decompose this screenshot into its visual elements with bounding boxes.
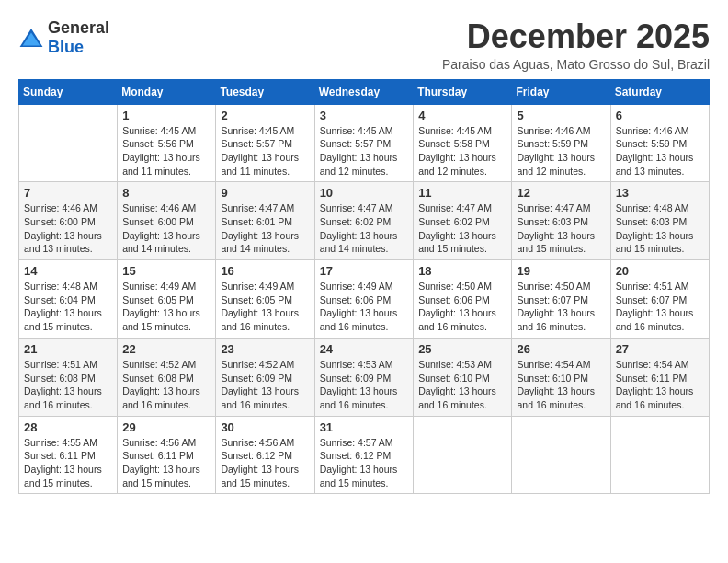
day-detail: Sunrise: 4:46 AMSunset: 6:00 PMDaylight:… xyxy=(24,201,112,256)
day-of-week-header: Sunday xyxy=(19,79,118,104)
day-number: 31 xyxy=(320,420,409,434)
day-number: 2 xyxy=(221,109,309,122)
day-number: 24 xyxy=(320,342,409,356)
day-number: 27 xyxy=(616,342,704,356)
day-number: 9 xyxy=(221,186,309,200)
calendar-cell xyxy=(610,416,709,494)
day-detail: Sunrise: 4:53 AMSunset: 6:10 PMDaylight:… xyxy=(418,358,506,412)
day-number: 11 xyxy=(418,186,506,200)
day-detail: Sunrise: 4:52 AMSunset: 6:09 PMDaylight:… xyxy=(221,358,309,412)
day-detail: Sunrise: 4:56 AMSunset: 6:12 PMDaylight:… xyxy=(221,436,309,490)
day-of-week-header: Thursday xyxy=(414,79,512,104)
logo-general-text: General xyxy=(48,18,109,37)
title-block: December 2025 Paraiso das Aguas, Mato Gr… xyxy=(442,18,710,72)
calendar-cell: 14Sunrise: 4:48 AMSunset: 6:04 PMDayligh… xyxy=(19,260,118,339)
calendar-cell: 11Sunrise: 4:47 AMSunset: 6:02 PMDayligh… xyxy=(414,182,512,260)
calendar-week-row: 21Sunrise: 4:51 AMSunset: 6:08 PMDayligh… xyxy=(19,338,710,416)
calendar-week-row: 14Sunrise: 4:48 AMSunset: 6:04 PMDayligh… xyxy=(19,260,710,339)
general-blue-icon xyxy=(18,27,44,49)
calendar-cell: 31Sunrise: 4:57 AMSunset: 6:12 PMDayligh… xyxy=(314,416,414,494)
day-detail: Sunrise: 4:51 AMSunset: 6:07 PMDaylight:… xyxy=(616,280,704,334)
day-detail: Sunrise: 4:49 AMSunset: 6:05 PMDaylight:… xyxy=(122,280,210,334)
calendar-cell: 28Sunrise: 4:55 AMSunset: 6:11 PMDayligh… xyxy=(19,416,118,494)
day-detail: Sunrise: 4:47 AMSunset: 6:01 PMDaylight:… xyxy=(221,201,309,256)
day-number: 7 xyxy=(24,186,112,200)
day-of-week-header: Wednesday xyxy=(314,79,414,104)
calendar-week-row: 7Sunrise: 4:46 AMSunset: 6:00 PMDaylight… xyxy=(19,182,710,260)
day-detail: Sunrise: 4:47 AMSunset: 6:02 PMDaylight:… xyxy=(418,201,506,256)
calendar-cell xyxy=(19,104,118,182)
calendar-cell: 3Sunrise: 4:45 AMSunset: 5:57 PMDaylight… xyxy=(314,104,414,182)
day-number: 12 xyxy=(517,186,605,200)
day-number: 18 xyxy=(418,264,506,278)
calendar-cell: 17Sunrise: 4:49 AMSunset: 6:06 PMDayligh… xyxy=(314,260,414,339)
day-number: 14 xyxy=(24,264,112,278)
calendar-week-row: 1Sunrise: 4:45 AMSunset: 5:56 PMDaylight… xyxy=(19,104,710,182)
day-number: 3 xyxy=(320,109,409,122)
day-of-week-header: Saturday xyxy=(610,79,709,104)
calendar-cell xyxy=(512,416,610,494)
day-detail: Sunrise: 4:47 AMSunset: 6:03 PMDaylight:… xyxy=(517,201,605,256)
day-number: 15 xyxy=(122,264,210,278)
day-number: 4 xyxy=(418,109,506,122)
day-number: 21 xyxy=(24,342,112,356)
day-detail: Sunrise: 4:52 AMSunset: 6:08 PMDaylight:… xyxy=(122,358,210,412)
day-of-week-header: Friday xyxy=(512,79,610,104)
day-number: 5 xyxy=(517,109,605,122)
day-number: 25 xyxy=(418,342,506,356)
day-detail: Sunrise: 4:46 AMSunset: 5:59 PMDaylight:… xyxy=(517,124,605,178)
day-detail: Sunrise: 4:51 AMSunset: 6:08 PMDaylight:… xyxy=(24,358,112,412)
calendar-week-row: 28Sunrise: 4:55 AMSunset: 6:11 PMDayligh… xyxy=(19,416,710,494)
calendar-cell: 1Sunrise: 4:45 AMSunset: 5:56 PMDaylight… xyxy=(118,104,216,182)
calendar-cell: 30Sunrise: 4:56 AMSunset: 6:12 PMDayligh… xyxy=(216,416,314,494)
day-of-week-header: Tuesday xyxy=(216,79,314,104)
calendar-cell: 21Sunrise: 4:51 AMSunset: 6:08 PMDayligh… xyxy=(19,338,118,416)
day-number: 29 xyxy=(122,420,210,434)
calendar-cell: 10Sunrise: 4:47 AMSunset: 6:02 PMDayligh… xyxy=(314,182,414,260)
calendar-cell: 20Sunrise: 4:51 AMSunset: 6:07 PMDayligh… xyxy=(610,260,709,339)
day-detail: Sunrise: 4:45 AMSunset: 5:57 PMDaylight:… xyxy=(221,124,309,178)
day-detail: Sunrise: 4:45 AMSunset: 5:57 PMDaylight:… xyxy=(320,124,409,178)
day-detail: Sunrise: 4:45 AMSunset: 5:56 PMDaylight:… xyxy=(122,124,210,178)
page-header: General Blue December 2025 Paraiso das A… xyxy=(18,18,710,72)
day-detail: Sunrise: 4:54 AMSunset: 6:10 PMDaylight:… xyxy=(517,358,605,412)
calendar-cell: 18Sunrise: 4:50 AMSunset: 6:06 PMDayligh… xyxy=(414,260,512,339)
calendar-cell: 19Sunrise: 4:50 AMSunset: 6:07 PMDayligh… xyxy=(512,260,610,339)
day-detail: Sunrise: 4:55 AMSunset: 6:11 PMDaylight:… xyxy=(24,436,112,490)
location-subtitle: Paraiso das Aguas, Mato Grosso do Sul, B… xyxy=(442,57,710,72)
day-number: 23 xyxy=(221,342,309,356)
calendar-cell: 5Sunrise: 4:46 AMSunset: 5:59 PMDaylight… xyxy=(512,104,610,182)
calendar-cell: 4Sunrise: 4:45 AMSunset: 5:58 PMDaylight… xyxy=(414,104,512,182)
day-number: 1 xyxy=(122,109,210,122)
day-detail: Sunrise: 4:50 AMSunset: 6:06 PMDaylight:… xyxy=(418,280,506,334)
day-detail: Sunrise: 4:49 AMSunset: 6:06 PMDaylight:… xyxy=(320,280,409,334)
calendar-cell: 16Sunrise: 4:49 AMSunset: 6:05 PMDayligh… xyxy=(216,260,314,339)
calendar-cell: 2Sunrise: 4:45 AMSunset: 5:57 PMDaylight… xyxy=(216,104,314,182)
calendar-header-row: SundayMondayTuesdayWednesdayThursdayFrid… xyxy=(19,79,710,104)
day-number: 26 xyxy=(517,342,605,356)
calendar-cell: 13Sunrise: 4:48 AMSunset: 6:03 PMDayligh… xyxy=(610,182,709,260)
calendar-cell: 22Sunrise: 4:52 AMSunset: 6:08 PMDayligh… xyxy=(118,338,216,416)
day-detail: Sunrise: 4:49 AMSunset: 6:05 PMDaylight:… xyxy=(221,280,309,334)
calendar-cell: 6Sunrise: 4:46 AMSunset: 5:59 PMDaylight… xyxy=(610,104,709,182)
day-number: 22 xyxy=(122,342,210,356)
day-detail: Sunrise: 4:48 AMSunset: 6:04 PMDaylight:… xyxy=(24,280,112,334)
day-detail: Sunrise: 4:47 AMSunset: 6:02 PMDaylight:… xyxy=(320,201,409,256)
day-number: 10 xyxy=(320,186,409,200)
calendar-cell: 26Sunrise: 4:54 AMSunset: 6:10 PMDayligh… xyxy=(512,338,610,416)
day-detail: Sunrise: 4:46 AMSunset: 5:59 PMDaylight:… xyxy=(616,124,704,178)
day-detail: Sunrise: 4:57 AMSunset: 6:12 PMDaylight:… xyxy=(320,436,409,490)
calendar-cell: 23Sunrise: 4:52 AMSunset: 6:09 PMDayligh… xyxy=(216,338,314,416)
logo: General Blue xyxy=(18,18,109,57)
day-detail: Sunrise: 4:54 AMSunset: 6:11 PMDaylight:… xyxy=(616,358,704,412)
calendar-cell: 9Sunrise: 4:47 AMSunset: 6:01 PMDaylight… xyxy=(216,182,314,260)
calendar-cell: 29Sunrise: 4:56 AMSunset: 6:11 PMDayligh… xyxy=(118,416,216,494)
day-detail: Sunrise: 4:46 AMSunset: 6:00 PMDaylight:… xyxy=(122,201,210,256)
calendar-cell: 8Sunrise: 4:46 AMSunset: 6:00 PMDaylight… xyxy=(118,182,216,260)
day-detail: Sunrise: 4:56 AMSunset: 6:11 PMDaylight:… xyxy=(122,436,210,490)
day-detail: Sunrise: 4:53 AMSunset: 6:09 PMDaylight:… xyxy=(320,358,409,412)
month-year-title: December 2025 xyxy=(442,18,710,55)
calendar-cell: 25Sunrise: 4:53 AMSunset: 6:10 PMDayligh… xyxy=(414,338,512,416)
calendar-cell: 15Sunrise: 4:49 AMSunset: 6:05 PMDayligh… xyxy=(118,260,216,339)
day-number: 28 xyxy=(24,420,112,434)
